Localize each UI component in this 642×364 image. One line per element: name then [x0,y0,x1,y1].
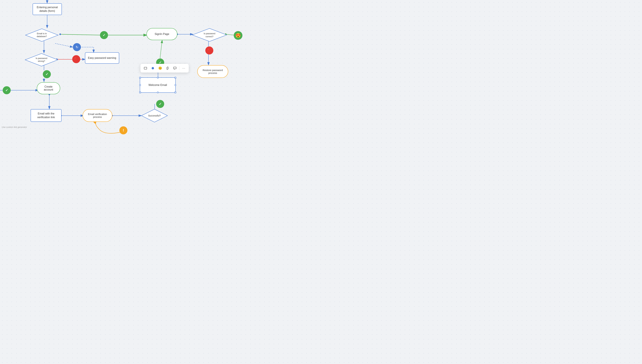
signin-page-node[interactable]: SignIn Page [147,28,177,40]
email-verification-process-node[interactable]: Email verification process [83,109,112,122]
toolbar-more-btn[interactable]: ··· [181,65,187,71]
svg-line-10 [55,44,73,47]
welcome-email-node[interactable]: Welcome Email [140,78,176,93]
toolbar-emoji-btn[interactable]: 😊 [157,65,163,71]
create-account-node[interactable]: Create account [37,82,60,94]
diagram-canvas: Entering personal details (form) Email i… [0,0,243,138]
toolbar-link-btn[interactable] [165,65,171,71]
red-no2-icon: 🚫 [205,46,213,54]
svg-text:strong?: strong? [38,60,45,62]
orange-exclaim-icon: ! [119,126,127,134]
red-no-icon: 🚫 [72,55,80,63]
restore-password-node[interactable]: Restore password process [197,65,228,78]
svg-line-32 [160,40,162,57]
check-left-icon: ✓ [3,86,11,94]
svg-point-7 [59,34,61,35]
easy-password-warning-node[interactable]: Easy password warning [85,52,119,64]
toolbar-comment-btn[interactable] [172,65,178,71]
custom-link-label: Use custom link generator [2,126,27,128]
is-password-strong-node[interactable]: Is password strong? [25,53,58,66]
successful-node[interactable]: Successful? [141,109,168,122]
svg-rect-52 [174,67,176,69]
svg-rect-50 [144,67,147,69]
svg-text:Is password: Is password [36,57,47,60]
svg-text:Is password: Is password [204,32,215,35]
entering-personal-details-node[interactable]: Entering personal details (form) [33,3,62,15]
svg-line-6 [60,34,100,35]
check-successful-icon: ✓ [156,100,164,108]
is-password-correct-node[interactable]: Is password correct? [192,28,227,42]
check-password-strong-icon: ✓ [43,70,51,78]
svg-text:Successful?: Successful? [148,114,161,117]
emoji-heart-icon: 😍 [234,31,242,40]
svg-text:database?: database? [37,35,47,38]
svg-marker-47 [192,28,227,42]
svg-point-51 [152,67,154,69]
toolbar-circle-btn[interactable] [150,65,156,71]
email-in-database-node[interactable]: Email is in database? [25,28,59,42]
toolbar-rect-btn[interactable] [143,65,149,71]
toolbar-popup[interactable]: 😊 ··· [141,64,189,72]
sync-icon: ↻ [73,43,81,51]
svg-text:Email is in: Email is in [37,32,47,35]
svg-text:correct?: correct? [206,35,214,38]
email-verification-link-node[interactable]: Email with the verification link [31,109,62,122]
check-email-db-icon: ✓ [100,31,108,39]
